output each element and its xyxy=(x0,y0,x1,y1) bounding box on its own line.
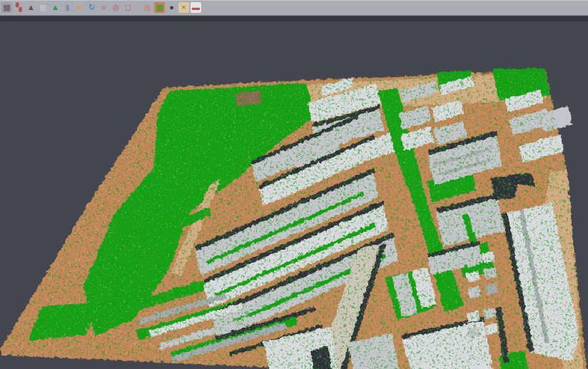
point-cloud-scene xyxy=(0,16,588,369)
toolbar-shadow-band xyxy=(0,16,588,21)
extent-icon[interactable]: ◻ xyxy=(123,2,133,13)
sphere-icon[interactable]: ● xyxy=(166,2,177,13)
report-file-icon[interactable]: ▬ xyxy=(191,2,201,13)
green-terrain-icon[interactable]: ▲ xyxy=(50,2,61,13)
transform-arrows-icon[interactable]: × xyxy=(178,2,189,13)
main-toolbar: ▩▚▲▦▲▮■↻≡◎◻▦▩●×▬ xyxy=(0,0,588,16)
grid-tile-icon[interactable]: ▦ xyxy=(142,2,153,13)
terrain-mountain-icon[interactable]: ▲ xyxy=(26,2,36,13)
point-cloud-view-icon[interactable]: ▩ xyxy=(1,2,12,13)
classified-map-icon[interactable]: ▩ xyxy=(154,2,165,13)
list-icon[interactable]: ≡ xyxy=(98,2,109,13)
mesh-faint-icon[interactable]: ▦ xyxy=(38,2,49,13)
viewport-3d[interactable] xyxy=(0,16,588,369)
target-icon[interactable]: ◎ xyxy=(111,2,121,13)
image-pixels-icon[interactable]: ▚ xyxy=(14,2,24,13)
orthophoto-icon[interactable]: ■ xyxy=(74,2,85,13)
refresh-globe-icon[interactable]: ↻ xyxy=(86,2,97,13)
column-view-icon[interactable]: ▮ xyxy=(62,2,73,13)
